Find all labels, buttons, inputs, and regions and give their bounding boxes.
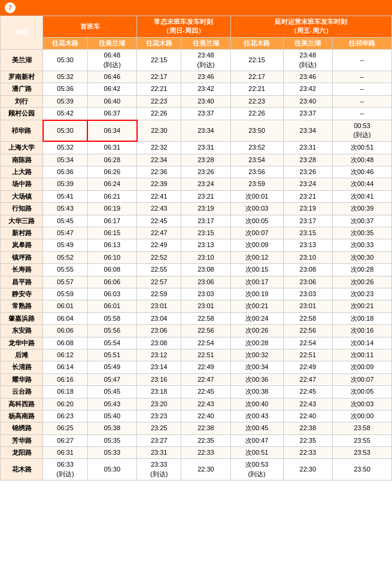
time-cell: 05:30 [87, 459, 136, 480]
table-row: 肇嘉浜路06:0405:5823:0422:58次00:2422:58次00:1… [1, 312, 392, 324]
station-cell: 岚皋路 [1, 239, 43, 251]
time-cell: 23:53 [333, 447, 392, 459]
station-cell: 大场镇 [1, 190, 43, 202]
time-cell: 06:26 [87, 166, 136, 178]
header-first-train: 首班车 [43, 16, 137, 38]
time-cell: 05:47 [87, 373, 136, 385]
time-cell: 05:35 [87, 434, 136, 446]
time-cell: 次00:03 [230, 203, 283, 215]
time-cell: 次00:16 [333, 325, 392, 337]
time-cell: 05:36 [43, 83, 87, 95]
time-cell: 次00:15 [230, 264, 283, 276]
time-cell: 06:25 [43, 422, 87, 434]
time-cell: 22:21 [230, 83, 283, 95]
table-row: 美兰湖05:3006:48 (到达)22:1523:48 (到达)22:1523… [1, 50, 392, 71]
time-cell: 06:13 [87, 239, 136, 251]
time-cell: 05:43 [43, 203, 87, 215]
table-row: 祁华路05:3006:3422:3023:3423:5023:3400:53 (… [1, 120, 392, 142]
time-cell: 23:03 [181, 288, 230, 300]
time-cell: 次00:21 [230, 300, 283, 312]
station-cell: 龙阳路 [1, 447, 43, 459]
station-cell: 大华三路 [1, 215, 43, 227]
line-number-icon: 7 [5, 2, 16, 13]
station-cell: 刘行 [1, 95, 43, 107]
time-cell: 22:21 [137, 83, 181, 95]
time-cell: 23:01 [137, 300, 181, 312]
table-row: 大场镇05:4106:2122:4123:21次00:0123:21次00:41 [1, 190, 392, 202]
time-cell: -- [333, 95, 392, 107]
time-cell: 次00:28 [333, 264, 392, 276]
time-cell: 05:45 [43, 215, 87, 227]
table-row: 龙阳路06:3105:3323:3122:33次00:5122:3323:53 [1, 447, 392, 459]
station-cell: 长寿路 [1, 264, 43, 276]
time-cell: 23:26 [283, 166, 332, 178]
time-cell: 次00:07 [230, 227, 283, 239]
time-cell: 23:21 [181, 190, 230, 202]
time-cell: 23:20 [137, 398, 181, 410]
time-cell: 22:45 [181, 386, 230, 398]
time-cell: 05:34 [43, 154, 87, 166]
time-cell: 05:55 [43, 264, 87, 276]
time-cell: 06:46 [87, 71, 136, 83]
time-cell: 05:30 [43, 120, 87, 142]
header-normal-last: 常态末班车发车时刻（周日-周四） [137, 16, 231, 38]
time-cell: 06:42 [87, 83, 136, 95]
time-cell: 次00:07 [333, 373, 392, 385]
time-cell: 23:01 [181, 300, 230, 312]
time-cell: 23:28 [181, 154, 230, 166]
table-row: 岚皋路05:4906:1322:4923:13次00:0923:13次00:33 [1, 239, 392, 251]
time-cell: 23:04 [137, 312, 181, 324]
time-cell: 次00:51 [333, 141, 392, 154]
time-cell: 次00:28 [230, 337, 283, 349]
subheader-el-huamu: 往花木路 [230, 37, 283, 49]
time-cell: 次00:03 [333, 398, 392, 410]
table-row: 刘行05:3906:4022:2323:4022:2323:40-- [1, 95, 392, 107]
time-cell: 06:31 [43, 447, 87, 459]
station-cell: 昌平路 [1, 276, 43, 288]
time-cell: 23:12 [137, 349, 181, 361]
time-cell: 06:19 [87, 203, 136, 215]
time-cell: 23:10 [181, 251, 230, 263]
station-cell: 镇坪路 [1, 251, 43, 263]
time-cell: 06:33 (到达) [43, 459, 87, 480]
subheader-nl-huamu: 往花木路 [137, 37, 181, 49]
time-cell: 06:27 [43, 434, 87, 446]
time-cell: 23:14 [137, 361, 181, 373]
time-cell: 次00:26 [230, 325, 283, 337]
time-cell: 05:32 [43, 71, 87, 83]
time-cell: 05:42 [43, 108, 87, 120]
station-cell: 耀华路 [1, 373, 43, 385]
time-cell: 22:23 [137, 95, 181, 107]
table-row: 杨高南路06:2305:4023:2322:40次00:4322:40次00:0… [1, 410, 392, 422]
table-row: 顾村公园05:4206:3722:2623:3722:2623:37-- [1, 108, 392, 120]
time-cell: 06:40 [87, 95, 136, 107]
time-cell: 23:31 [137, 447, 181, 459]
time-cell: 23:48 (到达) [283, 50, 332, 71]
time-cell: 22:41 [137, 190, 181, 202]
time-cell: 22:45 [283, 386, 332, 398]
station-cell: 后滩 [1, 349, 43, 361]
time-cell: 05:41 [43, 190, 87, 202]
table-row: 东安路06:0605:5623:0622:56次00:2622:56次00:16 [1, 325, 392, 337]
time-cell: 05:47 [43, 227, 87, 239]
time-cell: 23:46 [181, 71, 230, 83]
time-cell: 05:40 [87, 410, 136, 422]
time-cell: 23:18 [137, 386, 181, 398]
time-cell: 次00:46 [333, 166, 392, 178]
time-cell: 次00:35 [333, 227, 392, 239]
time-cell: 次00:51 [230, 447, 283, 459]
time-cell: 23:55 [333, 434, 392, 446]
time-cell: 06:03 [87, 288, 136, 300]
time-cell: 22:40 [283, 410, 332, 422]
time-cell: 次00:05 [230, 215, 283, 227]
time-cell: 22:35 [181, 434, 230, 446]
time-cell: 次00:05 [333, 386, 392, 398]
time-cell: 次00:53 (到达) [230, 459, 283, 480]
time-cell: 22:51 [181, 349, 230, 361]
time-cell: 22:36 [137, 166, 181, 178]
station-cell: 龙华中路 [1, 337, 43, 349]
time-cell: 23:16 [137, 373, 181, 385]
time-cell: 23:26 [181, 166, 230, 178]
time-cell: 23:42 [283, 83, 332, 95]
table-row: 罗南新村05:3206:4622:1723:4622:1723:46-- [1, 71, 392, 83]
